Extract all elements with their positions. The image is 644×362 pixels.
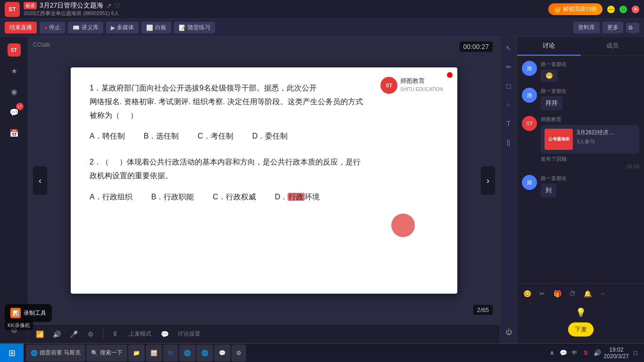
taskbar-item-win[interactable]: 🪟 [146,345,162,362]
arrow-right-icon[interactable]: → [596,288,609,300]
start-button[interactable]: ⊞ [0,344,24,362]
stream-title: 3月27日管理公文题海 [40,1,103,10]
tab-discuss[interactable]: 讨论 [517,37,581,56]
scissors-icon[interactable]: ✂ [536,288,548,300]
calendar-icon: 📅 [9,129,19,138]
lamp-icon[interactable]: 💡 [576,307,586,318]
resource-info: 3月26日经济… 3人参与 [577,129,636,150]
avatar-3: ST [522,116,537,131]
eraser-tool[interactable]: ◻ [502,79,515,92]
taskbar-item-chrome2[interactable]: 🌐 [197,345,213,362]
line-tool[interactable]: || [502,136,515,149]
resource-card[interactable]: 公考题海班 3月26日经济… 3人参与 [541,125,639,154]
slide-logo: ST 师图教育SHITU EDUCATION [380,77,443,94]
unlock-button[interactable]: 👑 解锁高级功能 [548,3,603,15]
gift-icon[interactable]: 🎁 [551,288,563,300]
xiaji-button[interactable]: 下麦 [568,322,594,337]
wechat-icon: 💬 [219,350,226,356]
card-sub-text: 发布了回顾 [541,156,639,163]
emoji-icon[interactable]: 😊 [521,288,533,300]
chat-name-2: 路一直都在 [541,88,639,95]
taskbar-item-browser[interactable]: 🌐 德普前要 马斯克 [26,345,85,362]
right-panel-tabs: 讨论 成员 [517,37,644,56]
stage-mode-text[interactable]: 上麦模式 [126,328,154,340]
satellite-icon: ◉ [11,87,17,96]
taskbar-item-word[interactable]: W [163,345,178,362]
sidebar-item-star[interactable]: ★ [6,62,23,79]
avatar-1: 路 [522,61,537,76]
stop-button[interactable]: ● 停止 [40,22,65,33]
tools-sidebar: ↖ ✏ ◻ ○ T || ⏻ [500,37,517,343]
mic-icon[interactable]: 🎤 [67,328,80,341]
power-tool[interactable]: ⏻ [502,325,515,338]
resource-button[interactable]: 资料库 [573,22,600,33]
title-bar-left: ST 极速 3月27日管理公文题海 ↗ ♡ 2020江西事业单位题海班 (880… [5,1,548,17]
q2-option-d[interactable]: D．行政环境 [275,192,320,202]
taskbar-item-cctalk[interactable]: ⚙ [231,345,246,362]
title-info: 极速 3月27日管理公文题海 ↗ ♡ 2020江西事业单位题海班 (880029… [24,1,121,17]
chat-message-1: 路 路一直都在 😁 [522,61,639,82]
cursor-tool[interactable]: ↖ [502,41,515,55]
xiaji-area: 💡 下麦 [517,304,644,343]
slide-next-button[interactable]: › [481,166,495,195]
browser-icon: 🌐 [31,350,38,356]
q1-option-a[interactable]: A．聘任制 [90,132,125,141]
tray-sogou-icon[interactable]: S [581,348,591,358]
shape-tool[interactable]: ○ [502,98,515,111]
q2-option-a[interactable]: A．行政组织 [90,192,132,202]
multimedia-button[interactable]: ▶ 多媒体 [106,22,139,33]
settings-small-icon[interactable]: ⚙ [84,328,97,341]
wifi-icon[interactable]: 📶 [33,328,46,341]
chat-body-4: 路一直都在 到 [541,175,639,197]
practice-button[interactable]: 📝 随堂练习 [174,22,215,33]
tray-expand-icon[interactable]: ∧ [547,348,557,358]
discuss-settings-text[interactable]: 讨论设置 [175,328,203,340]
lecture-button[interactable]: 📖 讲义库 [68,22,103,33]
taskbar-clock[interactable]: 19:02 2020/3/27 [604,346,629,360]
end-live-button[interactable]: 结束直播 [5,22,37,33]
taskbar-item-label-search: 搜索一下 [100,349,123,357]
sidebar-item-satellite[interactable]: ◉ [6,83,23,100]
q1-option-b[interactable]: B．选任制 [144,132,179,141]
tray-volume-icon[interactable]: 🔊 [593,348,602,358]
text-tool[interactable]: T [502,117,515,130]
close-button[interactable]: ✕ [632,6,639,13]
tab-members[interactable]: 成员 [581,37,644,56]
slide-prev-button[interactable]: ‹ [33,166,47,195]
whiteboard-button[interactable]: ⬜ 白板 [141,22,171,33]
minimize-button[interactable]: — [607,6,615,13]
taskbar-item-wechat[interactable]: 💬 [214,345,231,362]
taskbar-item-chrome[interactable]: 🌐 [179,345,196,362]
volume-icon[interactable]: 🔊 [50,328,63,341]
clock-icon[interactable]: ⏱ [566,288,578,300]
sidebar-item-chat[interactable]: 💬 17 [6,104,23,121]
q1-option-c[interactable]: C．考任制 [198,132,233,141]
avatar-2: 路 [522,88,537,103]
q2-option-c[interactable]: C．行政权威 [213,192,256,202]
timer-display: 00:00:27 [460,41,493,52]
recording-indicator [447,72,453,78]
title-subtitle: 2020江西事业单位题海班 (88002951) 6人 [24,10,121,17]
bookmark-icon[interactable]: ♡ [115,2,121,9]
sidebar-item-calendar[interactable]: 📅 [6,124,23,141]
sidebar-item-logo[interactable]: ST [6,41,23,58]
question-1-options: A．聘任制 B．选任制 C．考任制 D．委任制 [90,132,438,141]
more-button[interactable]: 更多 [603,22,623,33]
q1-option-d[interactable]: D．委任制 [252,132,288,141]
recording-label: 录制工具 [24,309,46,317]
maximize-button[interactable]: □ [619,6,627,13]
tray-input-icon[interactable]: 中 [570,348,579,358]
tray-wechat-icon[interactable]: 💬 [559,348,568,358]
left-sidebar: ST ★ ◉ 💬 17 📅 ⚙ [0,37,28,343]
mic2-icon[interactable]: 🎙 [109,328,122,341]
notification-icon[interactable]: □ [631,348,640,358]
settings-icon[interactable]: ⚙ [626,23,639,33]
pen-tool[interactable]: ✏ [502,60,515,74]
taskbar-item-search[interactable]: 🔍 搜索一下 [86,345,127,362]
chat-settings-icon[interactable]: 💬 [158,328,171,341]
bell-icon[interactable]: 🔔 [581,288,594,300]
q2-option-b[interactable]: B．行政职能 [151,192,194,202]
speed-badge: 极速 [24,2,37,9]
external-link-icon[interactable]: ↗ [106,2,112,9]
taskbar-item-explorer[interactable]: 📁 [128,345,145,362]
